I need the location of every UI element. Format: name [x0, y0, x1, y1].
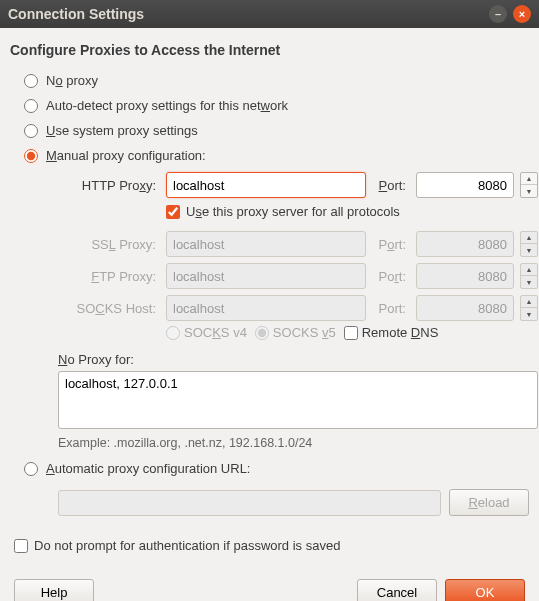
help-button[interactable]: Help	[14, 579, 94, 601]
socks-port-input	[416, 295, 514, 321]
ssl-proxy-input	[166, 231, 366, 257]
spin-up-icon: ▲	[521, 264, 537, 276]
pac-url-input	[58, 490, 441, 516]
ok-button[interactable]: OK	[445, 579, 525, 601]
spin-down-icon: ▼	[521, 308, 537, 320]
radio-system-proxy-label: Use system proxy settings	[46, 123, 198, 138]
no-proxy-label: No Proxy for:	[58, 352, 529, 367]
footer-spacer	[102, 579, 349, 601]
spin-down-icon: ▼	[521, 244, 537, 256]
spin-up-icon[interactable]: ▲	[521, 173, 537, 185]
radio-system-proxy-input[interactable]	[24, 124, 38, 138]
no-proxy-textarea[interactable]	[58, 371, 538, 429]
page-heading: Configure Proxies to Access the Internet	[10, 42, 529, 58]
radio-no-proxy[interactable]: No proxy	[24, 68, 529, 93]
http-port-spinner[interactable]: ▲▼	[520, 172, 538, 198]
radio-socks5: SOCKS v5	[255, 325, 336, 340]
use-for-all-label: Use this proxy server for all protocols	[186, 204, 400, 219]
reload-button: Reload	[449, 489, 529, 516]
ftp-proxy-input	[166, 263, 366, 289]
http-port-label: Port:	[372, 178, 410, 193]
radio-no-proxy-input[interactable]	[24, 74, 38, 88]
use-for-all-row: Use this proxy server for all protocols	[166, 198, 529, 227]
socks-port-label: Port:	[372, 301, 410, 316]
proxy-mode-group: No proxy Auto-detect proxy settings for …	[24, 68, 529, 516]
ftp-port-spinner: ▲▼	[520, 263, 538, 289]
radio-socks4: SOCKS v4	[166, 325, 247, 340]
ssl-port-label: Port:	[372, 237, 410, 252]
socks-version-row: SOCKS v4 SOCKS v5 Remote DNS	[166, 321, 529, 350]
radio-socks5-input	[255, 326, 269, 340]
socks-port-spinner: ▲▼	[520, 295, 538, 321]
remote-dns[interactable]: Remote DNS	[344, 325, 439, 340]
http-proxy-input[interactable]	[166, 172, 366, 198]
ftp-proxy-label: FTP Proxy:	[58, 269, 160, 284]
no-prompt-row[interactable]: Do not prompt for authentication if pass…	[14, 538, 529, 553]
no-prompt-label: Do not prompt for authentication if pass…	[34, 538, 340, 553]
close-button[interactable]: ×	[513, 5, 531, 23]
radio-system-proxy[interactable]: Use system proxy settings	[24, 118, 529, 143]
no-proxy-block: No Proxy for: Example: .mozilla.org, .ne…	[58, 352, 529, 450]
radio-manual-proxy-input[interactable]	[24, 149, 38, 163]
spin-up-icon: ▲	[521, 232, 537, 244]
ssl-proxy-label: SSL Proxy:	[58, 237, 160, 252]
radio-socks4-input	[166, 326, 180, 340]
radio-pac[interactable]: Automatic proxy configuration URL:	[24, 456, 529, 481]
proxy-grid-disabled: SSL Proxy: Port: ▲▼ FTP Proxy: Port: ▲▼ …	[58, 231, 529, 321]
spin-down-icon: ▼	[521, 276, 537, 288]
proxy-grid: HTTP Proxy: Port: ▲▼	[58, 172, 529, 198]
radio-auto-detect-label: Auto-detect proxy settings for this netw…	[46, 98, 288, 113]
minimize-button[interactable]: –	[489, 5, 507, 23]
spin-down-icon[interactable]: ▼	[521, 185, 537, 197]
dialog-content: Configure Proxies to Access the Internet…	[0, 28, 539, 601]
cancel-button[interactable]: Cancel	[357, 579, 437, 601]
window-title: Connection Settings	[8, 6, 489, 22]
radio-manual-proxy-label: Manual proxy configuration:	[46, 148, 206, 163]
remote-dns-checkbox[interactable]	[344, 326, 358, 340]
socks-host-input	[166, 295, 366, 321]
titlebar: Connection Settings – ×	[0, 0, 539, 28]
radio-auto-detect[interactable]: Auto-detect proxy settings for this netw…	[24, 93, 529, 118]
no-proxy-example: Example: .mozilla.org, .net.nz, 192.168.…	[58, 436, 529, 450]
no-prompt-checkbox[interactable]	[14, 539, 28, 553]
ftp-port-input	[416, 263, 514, 289]
ssl-port-spinner: ▲▼	[520, 231, 538, 257]
radio-pac-label: Automatic proxy configuration URL:	[46, 461, 250, 476]
http-port-input[interactable]	[416, 172, 514, 198]
window-controls: – ×	[489, 5, 531, 23]
spin-up-icon: ▲	[521, 296, 537, 308]
radio-manual-proxy[interactable]: Manual proxy configuration:	[24, 143, 529, 168]
radio-auto-detect-input[interactable]	[24, 99, 38, 113]
http-proxy-label: HTTP Proxy:	[58, 178, 160, 193]
radio-pac-input[interactable]	[24, 462, 38, 476]
ssl-port-input	[416, 231, 514, 257]
radio-no-proxy-label: No proxy	[46, 73, 98, 88]
use-for-all-checkbox[interactable]	[166, 205, 180, 219]
ftp-port-label: Port:	[372, 269, 410, 284]
socks-host-label: SOCKS Host:	[58, 301, 160, 316]
pac-url-row: Reload	[58, 489, 529, 516]
dialog-footer: Help Cancel OK	[10, 579, 529, 601]
